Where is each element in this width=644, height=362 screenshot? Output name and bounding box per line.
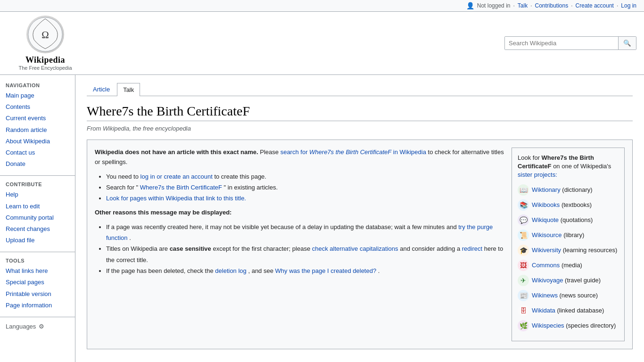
notice-intro-bold: Wikipedia does not have an article with … [95,148,258,156]
tab-talk[interactable]: Talk [117,83,140,96]
wikinews-icon: 📰 [518,290,529,301]
sister-item-wikidata: 🗄 Wikidata (linked database) [518,305,619,316]
sidebar-item-community[interactable]: Community portal [0,212,75,223]
wikiversity-link[interactable]: Wikiversity [532,247,561,254]
create-account-link[interactable]: Create account [576,2,614,9]
sidebar: Navigation Main page Contents Current ev… [0,75,75,362]
languages-row: Languages ⚙ [0,321,75,332]
wikinews-desc: (news source) [560,292,598,299]
search-input[interactable] [505,37,618,49]
wikisource-icon: 📜 [518,230,529,241]
sister-item-wikibooks: 📚 Wikibooks (textbooks) [518,199,619,211]
sidebar-item-upload[interactable]: Upload file [0,235,75,246]
commons-icon: 🖼 [518,260,529,271]
page-title: Where7s the Birth CertificateF [87,104,633,121]
sidebar-tools-heading: Tools [0,256,75,265]
sister-item-wikispecies: 🌿 Wikispecies (species directory) [518,320,619,331]
sidebar-divider-1 [0,175,75,176]
other-reasons-heading: Other reasons this message may be displa… [95,208,504,218]
notice-intro: Wikipedia does not have an article with … [95,148,504,167]
page-subtitle: From Wikipedia, the free encyclopedia [87,125,633,132]
svg-text:Ω: Ω [41,29,49,41]
languages-label: Languages [6,323,36,330]
sidebar-item-special[interactable]: Special pages [0,277,75,288]
sidebar-tools-section: Tools What links here Special pages Prin… [0,256,75,311]
wiktionary-link[interactable]: Wiktionary [532,186,561,193]
wikibooks-desc: (textbooks) [561,201,592,208]
commons-desc: (media) [561,262,582,269]
reason-3: If the page has been deleted, check the … [106,265,504,276]
wikibooks-link[interactable]: Wikibooks [532,201,560,208]
why-deleted-link[interactable]: Why was the page I created deleted? [275,267,377,274]
wiktionary-icon: 📖 [518,184,529,196]
sister-projects-box: Look for Where7s the Birth CertificateF … [512,148,625,341]
redirect-link[interactable]: redirect [462,245,482,252]
sister-title: Look for Where7s the Birth CertificateF … [518,154,619,180]
sidebar-item-recent[interactable]: Recent changes [0,223,75,235]
capitalizations-link[interactable]: check alternative capitalizations [312,245,398,252]
top-bar: 👤 Not logged in · Talk · Contributions ·… [0,0,644,12]
sidebar-item-pageinfo[interactable]: Page information [0,300,75,311]
header: Ω Wikipedia The Free Encyclopedia 🔍 [0,12,644,75]
sister-item-wikivoyage: ✈ Wikivoyage (travel guide) [518,275,619,286]
commons-link[interactable]: Commons [532,262,560,269]
sidebar-item-learn[interactable]: Learn to edit [0,201,75,212]
notice-bullet-2: Search for " Where7s the Birth Certifica… [106,182,504,193]
reasons-list: If a page was recently created here, it … [106,222,504,277]
sidebar-item-main-page[interactable]: Main page [0,90,75,101]
notice-bullet-3: Look for pages within Wikipedia that lin… [106,193,504,204]
sidebar-contribute-section: Contribute Help Learn to edit Community … [0,180,75,246]
sidebar-item-whatlinks[interactable]: What links here [0,265,75,277]
not-logged-in: Not logged in [477,2,511,9]
languages-gear-icon[interactable]: ⚙ [39,323,44,330]
wikiquote-icon: 💬 [518,214,529,226]
sister-item-wikinews: 📰 Wikinews (news source) [518,290,619,301]
logo-subtitle: The Free Encyclopedia [18,65,72,71]
sidebar-item-help[interactable]: Help [0,189,75,200]
look-pages-link[interactable]: Look for pages within Wikipedia that lin… [106,195,246,202]
tab-article[interactable]: Article [87,82,116,96]
sidebar-item-printable[interactable]: Printable version [0,288,75,300]
sidebar-item-about[interactable]: About Wikipedia [0,136,75,147]
deletion-log-link[interactable]: deletion log [215,267,247,274]
search-button[interactable]: 🔍 [618,37,636,49]
login-create-link[interactable]: log in or create an account [140,173,213,180]
wikidata-desc: (linked database) [557,307,604,314]
search-existing-link[interactable]: Where7s the Birth CertificateF [140,184,222,191]
wikispecies-link[interactable]: Wikispecies [532,322,564,329]
user-area: 👤 Not logged in · Talk · Contributions ·… [466,2,636,9]
talk-link[interactable]: Talk [518,2,528,9]
sidebar-item-donate[interactable]: Donate [0,158,75,170]
sister-item-commons: 🖼 Commons (media) [518,260,619,271]
sister-item-wiktionary: 📖 Wiktionary (dictionary) [518,184,619,196]
search-area: 🔍 [83,36,636,50]
wikiversity-icon: 🎓 [518,245,529,256]
search-box: 🔍 [504,36,636,50]
layout: Navigation Main page Contents Current ev… [0,75,644,362]
wiktionary-desc: (dictionary) [562,186,592,193]
wikivoyage-link[interactable]: Wikivoyage [532,277,563,284]
sister-item-wikisource: 📜 Wikisource (library) [518,230,619,241]
sidebar-item-contents[interactable]: Contents [0,101,75,113]
sidebar-item-random-article[interactable]: Random article [0,124,75,136]
sidebar-item-current-events[interactable]: Current events [0,113,75,124]
wikinews-link[interactable]: Wikinews [532,292,558,299]
log-in-link[interactable]: Log in [621,2,636,9]
logo-area: Ω Wikipedia The Free Encyclopedia [8,16,83,71]
search-wikipedia-link[interactable]: search for Where7s the Birth Certificate… [281,148,426,156]
contributions-link[interactable]: Contributions [535,2,569,9]
sidebar-divider-3 [0,317,75,317]
sister-title-bold: Where7s the Birth CertificateF [518,154,594,170]
sister-projects-link[interactable]: sister projects: [518,171,557,178]
case-sensitive-text: case sensitive [170,245,211,252]
sidebar-item-contact[interactable]: Contact us [0,147,75,158]
wikibooks-icon: 📚 [518,199,529,211]
sister-item-wikiversity: 🎓 Wikiversity (learning resources) [518,245,619,256]
wikipedia-logo: Ω [26,16,64,53]
reason-2: Titles on Wikipedia are case sensitive e… [106,243,504,265]
notice-intro-rest: Please [260,148,280,156]
sidebar-contribute-heading: Contribute [0,180,75,189]
wikisource-link[interactable]: Wikisource [532,231,562,239]
wikidata-link[interactable]: Wikidata [532,307,555,314]
wikiquote-link[interactable]: Wikiquote [532,216,559,223]
